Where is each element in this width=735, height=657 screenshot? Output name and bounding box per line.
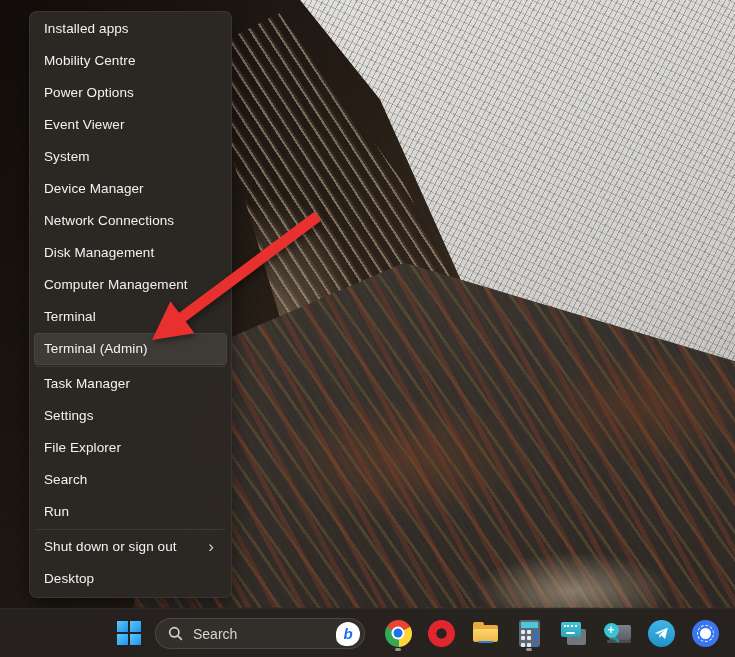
menu-item-network-connections[interactable]: Network Connections bbox=[34, 205, 227, 237]
signal-icon bbox=[692, 620, 719, 647]
start-button[interactable] bbox=[109, 613, 149, 653]
on-screen-keyboard-button[interactable] bbox=[553, 613, 593, 653]
chrome-button[interactable] bbox=[378, 613, 418, 653]
taskbar: Search b bbox=[0, 608, 735, 657]
taskbar-search[interactable]: Search b bbox=[155, 618, 365, 649]
menu-separator bbox=[36, 529, 225, 530]
menu-item-search[interactable]: Search bbox=[34, 464, 227, 496]
menu-item-task-manager[interactable]: Task Manager bbox=[34, 368, 227, 400]
magnifier-app-icon: + bbox=[604, 620, 631, 647]
file-explorer-icon bbox=[472, 620, 499, 647]
bing-icon[interactable]: b bbox=[336, 622, 360, 646]
menu-item-event-viewer[interactable]: Event Viewer bbox=[34, 109, 227, 141]
desktop-screen: Installed apps Mobility Centre Power Opt… bbox=[0, 0, 735, 657]
menu-item-desktop[interactable]: Desktop bbox=[34, 563, 227, 595]
calculator-icon bbox=[516, 620, 543, 647]
opera-button[interactable] bbox=[421, 613, 461, 653]
menu-item-shutdown[interactable]: Shut down or sign out › bbox=[34, 531, 227, 563]
running-indicator bbox=[526, 648, 532, 651]
menu-item-terminal-admin[interactable]: Terminal (Admin) bbox=[34, 333, 227, 365]
signal-button[interactable] bbox=[685, 613, 725, 653]
menu-item-mobility-centre[interactable]: Mobility Centre bbox=[34, 45, 227, 77]
menu-item-system[interactable]: System bbox=[34, 141, 227, 173]
calculator-button[interactable] bbox=[509, 613, 549, 653]
search-placeholder: Search bbox=[193, 626, 336, 642]
chrome-icon bbox=[385, 620, 412, 647]
telegram-button[interactable] bbox=[641, 613, 681, 653]
menu-item-installed-apps[interactable]: Installed apps bbox=[34, 13, 227, 45]
menu-item-disk-management[interactable]: Disk Management bbox=[34, 237, 227, 269]
chevron-right-icon: › bbox=[208, 531, 214, 563]
menu-item-computer-management[interactable]: Computer Management bbox=[34, 269, 227, 301]
menu-item-power-options[interactable]: Power Options bbox=[34, 77, 227, 109]
opera-icon bbox=[428, 620, 455, 647]
magnifier-app-button[interactable]: + bbox=[597, 613, 637, 653]
menu-item-file-explorer[interactable]: File Explorer bbox=[34, 432, 227, 464]
telegram-icon bbox=[648, 620, 675, 647]
on-screen-keyboard-icon bbox=[560, 620, 587, 647]
menu-separator bbox=[36, 366, 225, 367]
running-indicator bbox=[395, 648, 401, 651]
menu-item-settings[interactable]: Settings bbox=[34, 400, 227, 432]
file-explorer-button[interactable] bbox=[465, 613, 505, 653]
menu-item-run[interactable]: Run bbox=[34, 496, 227, 528]
windows-logo-icon bbox=[117, 621, 141, 645]
menu-item-label: Shut down or sign out bbox=[44, 539, 177, 554]
menu-item-terminal[interactable]: Terminal bbox=[34, 301, 227, 333]
search-icon bbox=[168, 626, 183, 641]
menu-item-device-manager[interactable]: Device Manager bbox=[34, 173, 227, 205]
winx-context-menu: Installed apps Mobility Centre Power Opt… bbox=[29, 11, 232, 598]
